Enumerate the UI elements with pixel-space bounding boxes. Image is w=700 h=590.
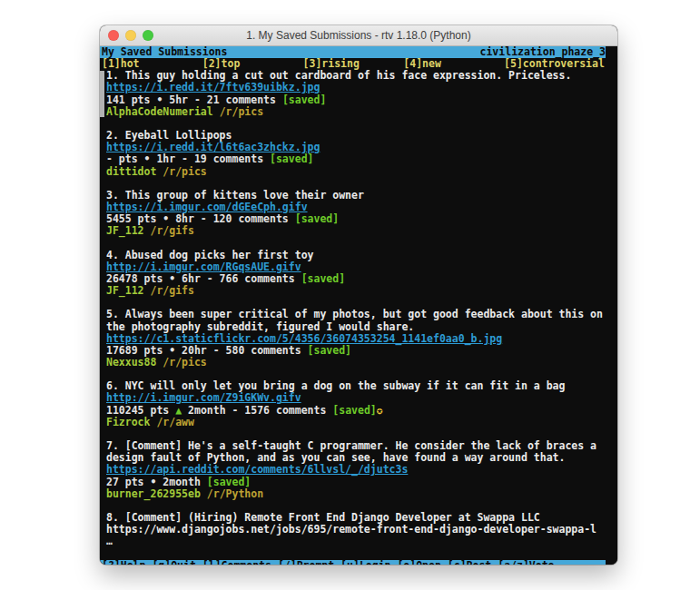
- submission-row[interactable]: 3. This group of kittens love their owne…: [106, 190, 603, 238]
- stats-segment: 26478 pts • 6hr - 766 comments: [106, 272, 301, 285]
- stats-segment: 141 pts • 5hr - 21 comments: [106, 93, 282, 106]
- submission-byline: Nexxus88 /r/pics: [106, 357, 603, 369]
- shortcut-hint[interactable]: [u]Login: [340, 559, 390, 565]
- stats-segment: [saved]: [295, 212, 339, 225]
- minimize-button-icon[interactable]: [125, 30, 136, 41]
- submission-subreddit: /r/Python: [207, 487, 263, 500]
- stats-segment: - pts • 1hr - 19 comments: [106, 152, 270, 165]
- submission-subreddit: /r/pics: [163, 356, 206, 369]
- submission-byline: JF_112 /r/gifs: [106, 285, 603, 297]
- shortcut-hint[interactable]: [/]Prompt: [278, 559, 334, 565]
- submission-subreddit: /r/pics: [163, 165, 206, 178]
- stats-segment: 27 pts • 2month: [106, 476, 207, 488]
- submission-byline: burner_262955eb /r/Python: [106, 488, 603, 500]
- submission-row[interactable]: 2. Eyeball Lollipops https://i.redd.it/l…: [106, 130, 603, 178]
- shortcut-hint[interactable]: [o]Open: [397, 559, 440, 565]
- submission-subreddit: /r/pics: [220, 105, 263, 118]
- stats-segment: 5455 pts • 8hr - 120 comments: [106, 212, 295, 225]
- submission-author: Fizrock: [106, 416, 150, 428]
- submission-title: 5. Always been super critical of my phot…: [106, 309, 603, 332]
- stats-segment: ✪: [377, 404, 383, 417]
- submission-row[interactable]: 6. NYC will only let you bring a dog on …: [106, 380, 603, 428]
- submission-subreddit: /r/gifs: [150, 284, 193, 297]
- close-button-icon[interactable]: [108, 30, 119, 41]
- shortcut-hint[interactable]: [?]Help: [102, 559, 145, 565]
- terminal-window: 1. My Saved Submissions - rtv 1.18.0 (Py…: [100, 25, 617, 565]
- shortcut-hint[interactable]: [a/z]Vote: [498, 559, 554, 565]
- submission-subreddit: /r/gifs: [150, 224, 193, 237]
- stats-segment: 17689 pts • 20hr - 580 comments: [106, 344, 308, 357]
- stats-segment: [saved]: [282, 93, 326, 106]
- window-titlebar[interactable]: 1. My Saved Submissions - rtv 1.18.0 (Py…: [100, 25, 617, 46]
- shortcut-hint[interactable]: [q]Quit: [152, 559, 195, 565]
- truncation-ellipsis: …: [106, 536, 603, 547]
- zoom-button-icon[interactable]: [143, 30, 153, 41]
- selection-cursor: [100, 71, 104, 117]
- submission-title: 3. This group of kittens love their owne…: [106, 190, 603, 202]
- traffic-lights: [108, 30, 153, 41]
- stats-segment: [saved]: [270, 152, 313, 165]
- shortcut-hints: [?]Help[q]Quit[l]Comments[/]Prompt[u]Log…: [102, 560, 555, 565]
- submission-author: dittidot: [106, 165, 156, 178]
- stats-segment: [saved]: [308, 344, 351, 357]
- shortcut-hint[interactable]: [c]Post: [448, 559, 491, 565]
- submission-byline: JF_112 /r/gifs: [106, 225, 603, 237]
- submission-row[interactable]: 5. Always been super critical of my phot…: [106, 309, 603, 369]
- submission-url[interactable]: https://www.djangojobs.net/jobs/695/remo…: [106, 524, 603, 536]
- submission-byline: AlphaCodeNumerial /r/pics: [106, 106, 603, 118]
- submission-title: 4. Abused dog picks her first toy: [106, 250, 603, 261]
- shortcut-hint[interactable]: [l]Comments: [202, 559, 271, 565]
- submission-title: 7. [Comment] He's a self-taught C progra…: [106, 440, 603, 464]
- stats-segment: 2month - 1576 comments: [182, 404, 332, 417]
- submission-row[interactable]: 4. Abused dog picks her first toy http:/…: [106, 250, 603, 298]
- submission-author: JF_112: [106, 224, 144, 237]
- submission-row[interactable]: 8. [Comment] (Hiring) Remote Front End D…: [106, 512, 603, 547]
- terminal-screen: My Saved Submissions civilization_phaze_…: [100, 46, 617, 565]
- shortcut-footer-bar: [?]Help[q]Quit[l]Comments[/]Prompt[u]Log…: [100, 560, 606, 565]
- submission-row[interactable]: 7. [Comment] He's a self-taught C progra…: [106, 440, 603, 500]
- submission-list: 1. This guy holding a cut out cardboard …: [100, 70, 617, 547]
- window-title: 1. My Saved Submissions - rtv 1.18.0 (Py…: [246, 29, 470, 42]
- stats-segment: [saved]: [207, 476, 251, 488]
- stats-segment: [saved]: [332, 404, 376, 417]
- submission-author: AlphaCodeNumerial: [106, 105, 213, 118]
- submission-byline: Fizrock /r/aww: [106, 417, 603, 428]
- stats-segment: [saved]: [301, 272, 345, 285]
- submission-row[interactable]: 1. This guy holding a cut out cardboard …: [106, 70, 603, 118]
- submission-author: JF_112: [106, 284, 144, 297]
- submission-byline: dittidot /r/pics: [106, 166, 603, 178]
- submission-author: Nexxus88: [106, 356, 156, 369]
- submission-subreddit: /r/aww: [156, 416, 194, 428]
- stats-segment: 110245 pts: [106, 404, 175, 417]
- submission-author: burner_262955eb: [106, 487, 201, 500]
